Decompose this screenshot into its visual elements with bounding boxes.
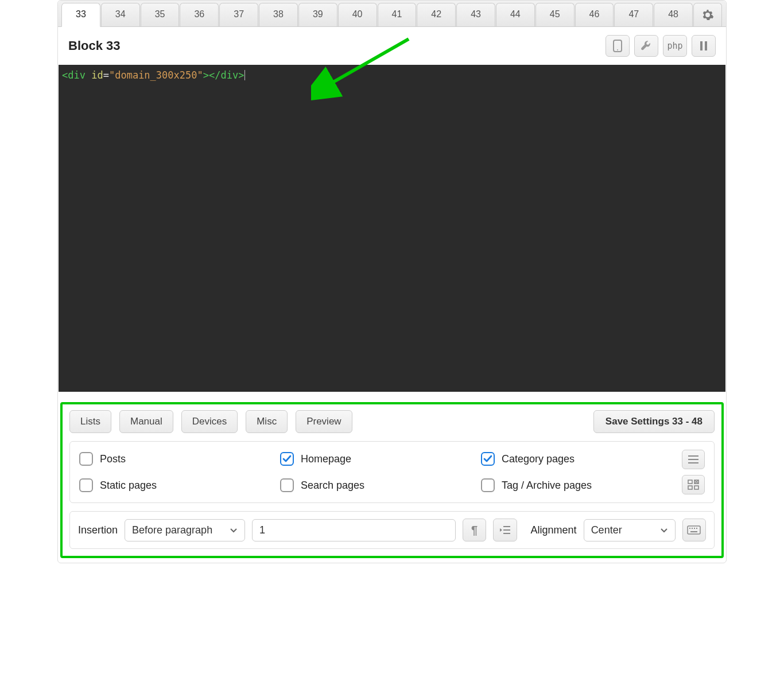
pilcrow-button[interactable]: ¶ [463,519,486,541]
preview-button[interactable]: Preview [296,410,352,433]
insertion-select-value: Before paragraph [132,524,212,536]
homepage-label: Homepage [301,453,351,465]
tab-40[interactable]: 40 [338,3,377,26]
tab-35[interactable]: 35 [141,3,180,26]
svg-rect-11 [688,486,692,489]
code-string: "domain_300x250" [109,69,203,81]
manual-button[interactable]: Manual [119,410,173,433]
pause-button[interactable] [692,35,716,57]
alignment-label: Alignment [531,524,577,536]
php-button[interactable]: php [663,35,687,57]
wrench-button[interactable] [634,35,658,57]
tab-47[interactable]: 47 [614,3,653,26]
svg-rect-24 [690,531,697,532]
tab-45[interactable]: 45 [535,3,575,26]
paragraph-number-input[interactable]: 1 [252,519,456,541]
placement-panel: Posts Homepage Category pages [69,441,715,503]
settings-tab[interactable] [693,3,722,26]
category-pages-checkbox[interactable] [481,452,495,466]
tab-37[interactable]: 37 [219,3,258,26]
lists-button[interactable]: Lists [69,410,111,433]
svg-rect-21 [692,528,693,529]
cursor-caret [244,70,245,80]
code-attr: id [91,69,103,81]
posts-checkbox[interactable] [79,452,93,466]
search-pages-label: Search pages [301,480,364,492]
category-pages-label: Category pages [502,453,575,465]
svg-rect-3 [705,41,707,50]
svg-rect-19 [688,526,700,534]
svg-rect-22 [694,528,695,529]
tag-archive-label: Tag / Archive pages [502,480,592,492]
tab-43[interactable]: 43 [456,3,495,26]
chevron-down-icon [230,524,238,536]
code-editor[interactable]: <div id="domain_300x250"></div> [59,65,725,392]
code-tag: div [68,69,86,81]
list-style-button[interactable] [682,450,705,469]
homepage-checkbox[interactable] [280,452,294,466]
chevron-down-icon [660,524,668,536]
devices-button[interactable]: Devices [181,410,238,433]
insertion-label: Insertion [78,524,118,536]
svg-rect-12 [694,486,698,489]
block-title: Block 33 [68,38,121,53]
tab-42[interactable]: 42 [417,3,456,26]
tab-44[interactable]: 44 [496,3,535,26]
keyboard-button[interactable] [682,519,706,541]
search-pages-checkbox[interactable] [280,478,294,492]
tab-39[interactable]: 39 [298,3,337,26]
indent-list-button[interactable] [493,519,517,541]
tab-48[interactable]: 48 [654,3,693,26]
tab-41[interactable]: 41 [378,3,417,26]
insertion-select[interactable]: Before paragraph [125,519,245,541]
tag-archive-checkbox[interactable] [481,478,495,492]
tab-34[interactable]: 34 [101,3,140,26]
tab-36[interactable]: 36 [180,3,219,26]
tab-38[interactable]: 38 [259,3,298,26]
svg-rect-2 [700,41,703,50]
save-settings-button[interactable]: Save Settings 33 - 48 [593,410,715,433]
tab-bar: 33343536373839404142434445464748 [58,1,726,27]
svg-rect-20 [689,528,690,529]
gear-icon [702,9,713,21]
misc-button[interactable]: Misc [246,410,288,433]
insertion-panel: Insertion Before paragraph 1 ¶ Alignment… [69,511,715,549]
svg-point-1 [617,49,618,50]
svg-rect-9 [688,480,692,484]
alignment-select[interactable]: Center [584,519,676,541]
alignment-select-value: Center [591,524,622,536]
svg-marker-18 [500,528,502,532]
options-zone: Lists Manual Devices Misc Preview Save S… [60,402,724,558]
code-bracket: < [62,69,68,81]
device-button[interactable] [606,35,630,57]
static-pages-checkbox[interactable] [79,478,93,492]
static-pages-label: Static pages [100,480,157,492]
svg-rect-23 [696,528,697,529]
tab-33[interactable]: 33 [61,3,100,27]
tab-46[interactable]: 46 [575,3,614,26]
posts-label: Posts [100,453,126,465]
pilcrow-icon: ¶ [471,524,478,537]
grid-style-button[interactable] [682,475,705,494]
